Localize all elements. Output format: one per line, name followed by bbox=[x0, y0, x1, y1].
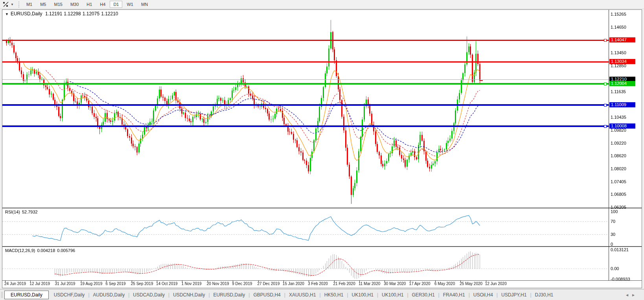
symbol-tab-uk100-h1[interactable]: UK100,H1 bbox=[378, 291, 407, 299]
tab-scroll-left-icon[interactable]: ◂ bbox=[626, 292, 632, 298]
symbol-tab-eurusd-daily[interactable]: EURUSD,Daily bbox=[4, 291, 49, 299]
timeframe-button-h1[interactable]: H1 bbox=[83, 1, 96, 8]
line-style-tool-button[interactable]: ▼ bbox=[2, 1, 15, 8]
toolbar-grip bbox=[18, 2, 19, 7]
timeframe-button-w1[interactable]: W1 bbox=[123, 1, 137, 8]
timeframe-buttons: M1M5M15M30H1H4D1W1MN bbox=[22, 1, 152, 8]
timeframe-button-m1[interactable]: M1 bbox=[23, 1, 36, 8]
symbol-tab-ger30-h1[interactable]: GER30,H1 bbox=[408, 291, 438, 299]
symbol-tab-eurusd-daily[interactable]: EURUSD,Daily bbox=[210, 291, 249, 299]
timeframe-button-m5[interactable]: M5 bbox=[37, 1, 50, 8]
timeframe-button-d1[interactable]: D1 bbox=[110, 1, 122, 8]
timeframe-toolbar: ▼ M1M5M15M30H1H4D1W1MN bbox=[0, 0, 644, 9]
symbol-tabs: EURUSD,DailyUSDCHF,Daily|AUDUSD,Daily|US… bbox=[4, 291, 557, 299]
symbol-tab-gbpusd-h4[interactable]: GBPUSD,H4 bbox=[250, 291, 284, 299]
symbol-tab-dj30-h1[interactable]: DJ30,H1 bbox=[532, 291, 557, 299]
symbol-tab-fra40-h1[interactable]: FRA40,H1 bbox=[440, 291, 469, 299]
chart-window: ▼EURUSD,Daily 1.121911.122981.120751.122… bbox=[2, 9, 642, 288]
symbol-tab-hk50-h1[interactable]: HK50,H1 bbox=[321, 291, 347, 299]
dropdown-caret-icon[interactable]: ▼ bbox=[11, 3, 14, 6]
symbol-tab-uk100-h1[interactable]: UK100,H1 bbox=[348, 291, 377, 299]
symbol-tabbar: EURUSD,DailyUSDCHF,Daily|AUDUSD,Daily|US… bbox=[0, 289, 644, 300]
tab-scroll-arrows: ◂▸ bbox=[626, 292, 638, 298]
price-chart-canvas[interactable] bbox=[2, 10, 642, 288]
timeframe-button-h4[interactable]: H4 bbox=[96, 1, 109, 8]
timeframe-button-mn[interactable]: MN bbox=[138, 1, 151, 8]
symbol-tab-usdcnh-daily[interactable]: USDCNH,Daily bbox=[169, 291, 208, 299]
symbol-tab-usoil-h4[interactable]: USOil,H4 bbox=[470, 291, 497, 299]
symbol-tab-xauusd-h1[interactable]: XAUUSD,H1 bbox=[285, 291, 320, 299]
timeframe-button-m30[interactable]: M30 bbox=[67, 1, 82, 8]
timeframe-button-m15[interactable]: M15 bbox=[50, 1, 66, 8]
symbol-tab-usdcad-daily[interactable]: USDCAD,Daily bbox=[129, 291, 168, 299]
tab-scroll-right-icon[interactable]: ▸ bbox=[632, 292, 638, 298]
symbol-tab-usdjpy-h1[interactable]: USDJPY,H1 bbox=[498, 291, 530, 299]
tabbar-grip bbox=[1, 292, 3, 298]
line-style-icon bbox=[3, 1, 9, 7]
symbol-tab-audusd-daily[interactable]: AUDUSD,Daily bbox=[90, 291, 129, 299]
symbol-tab-usdchf-daily[interactable]: USDCHF,Daily bbox=[50, 291, 88, 299]
